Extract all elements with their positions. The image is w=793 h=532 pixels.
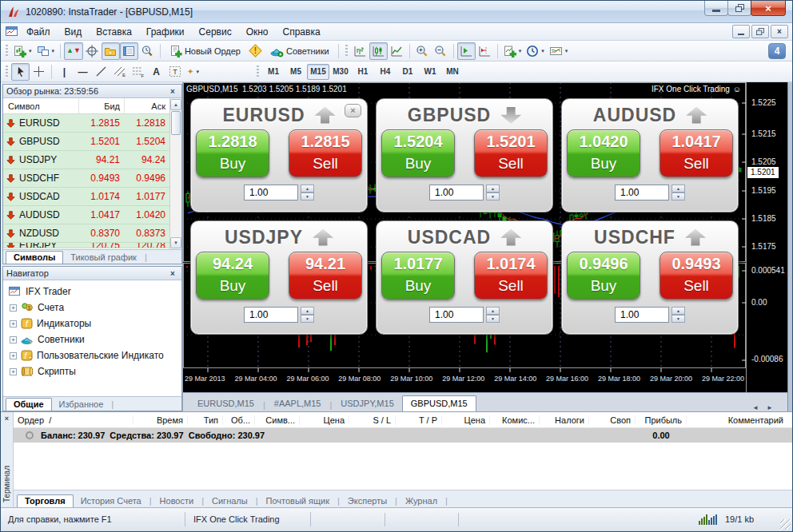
timeframe-m30[interactable]: M30 (329, 64, 352, 80)
market-row-eurusd[interactable]: EURUSD 1.28151.2818 (3, 114, 169, 133)
market-row-eurjpy[interactable]: EURJPY 120.75120.78 (3, 243, 169, 248)
chart-tab-aapl[interactable]: #AAPL,M15 (266, 396, 329, 411)
vertical-line-tool[interactable]: | (55, 63, 74, 81)
navigator-toggle[interactable] (102, 42, 120, 60)
tree-item-advisors[interactable]: + Советники (10, 332, 180, 347)
spin-up-icon[interactable]: ▲ (486, 307, 500, 315)
spin-up-icon[interactable]: ▲ (301, 307, 314, 315)
volume-input[interactable] (244, 185, 298, 200)
chart-shift-button[interactable] (476, 42, 494, 60)
toolbar-grip[interactable] (6, 66, 8, 78)
sell-button[interactable]: 1.0174Sell (474, 252, 548, 300)
toolbar-grip[interactable] (257, 66, 259, 78)
buy-button[interactable]: 1.5204Buy (381, 129, 455, 177)
market-row-nzdusd[interactable]: NZDUSD 0.83700.8373 (3, 224, 169, 243)
timeframe-m15[interactable]: M15 (307, 64, 329, 80)
channel-tool[interactable]: E (110, 63, 129, 81)
tab-common[interactable]: Общие (6, 398, 52, 411)
close-button[interactable]: × (751, 1, 786, 16)
timeframe-h1[interactable]: H1 (352, 64, 374, 80)
text-label-tool[interactable]: T (165, 63, 184, 81)
volume-input[interactable] (429, 185, 484, 200)
bar-chart-button[interactable] (351, 42, 369, 60)
tab-signals[interactable]: Сигналы (205, 495, 255, 507)
menu-window[interactable]: Окно (239, 25, 276, 39)
zoom-in-button[interactable] (413, 42, 432, 60)
expand-icon[interactable]: + (10, 352, 17, 359)
line-chart-button[interactable] (388, 42, 406, 60)
menu-service[interactable]: Сервис (192, 25, 239, 39)
spin-down-icon[interactable]: ▼ (671, 193, 685, 200)
smiley-icon[interactable]: ☺ (733, 85, 741, 93)
toolbar-grip[interactable] (6, 45, 8, 58)
tab-scroll-arrows[interactable]: ◄ ► (752, 404, 776, 411)
timeframe-m5[interactable]: M5 (285, 64, 307, 80)
spin-down-icon[interactable]: ▼ (486, 193, 500, 200)
profiles-button[interactable]: ▾ (34, 42, 58, 60)
tab-mailbox[interactable]: Почтовый ящик (259, 495, 337, 507)
tree-root-ifx-trader[interactable]: IFX Trader (8, 284, 180, 300)
tab-tick-chart[interactable]: Тиковый график (63, 252, 144, 264)
buy-button[interactable]: 94.24Buy (196, 252, 269, 300)
menu-charts[interactable]: Графики (139, 25, 192, 39)
volume-input[interactable] (615, 307, 669, 323)
mdi-minimize-button[interactable] (732, 25, 750, 38)
expand-icon[interactable]: + (10, 336, 17, 343)
tab-news[interactable]: Новости (153, 495, 201, 507)
scroll-thumb[interactable] (171, 111, 181, 135)
price-axis[interactable]: 1.5225 1.5215 1.5205 1.5195 1.5185 1.517… (746, 82, 787, 392)
market-row-usdchf[interactable]: USDCHF 0.94930.9496 (3, 169, 169, 188)
timeframe-w1[interactable]: W1 (419, 64, 441, 80)
timeframe-h4[interactable]: H4 (374, 64, 396, 80)
sell-button[interactable]: 0.9493Sell (660, 252, 733, 300)
market-row-usdcad[interactable]: USDCAD 1.01741.0177 (3, 188, 169, 206)
text-tool[interactable]: A (147, 63, 165, 81)
market-watch-toggle[interactable]: ▲▼ (64, 42, 83, 60)
tab-trade[interactable]: Торговля (17, 494, 74, 507)
arrows-tool[interactable]: ✦ ▾ (184, 63, 202, 81)
new-order-button[interactable]: Новый Ордер (164, 42, 246, 60)
zoom-out-button[interactable] (432, 42, 450, 60)
crosshair-tool-button[interactable] (30, 63, 48, 81)
sell-button[interactable]: 1.0417Sell (660, 129, 733, 177)
timeframe-d1[interactable]: D1 (396, 64, 419, 80)
expand-icon[interactable]: + (10, 320, 17, 328)
tree-item-indicators[interactable]: + f Индикаторы (10, 316, 180, 332)
tab-favorites[interactable]: Избранное (52, 399, 111, 411)
tab-account-history[interactable]: История Счета (74, 495, 149, 507)
scroll-down-icon[interactable]: ▼ (170, 237, 181, 248)
tab-symbols[interactable]: Символы (6, 251, 63, 264)
mdi-restore-button[interactable] (751, 25, 769, 38)
market-row-audusd[interactable]: AUDUSD 1.04171.0420 (3, 206, 169, 224)
scroll-up-icon[interactable]: ▲ (170, 99, 181, 110)
tab-experts[interactable]: Эксперты (341, 495, 394, 507)
mdi-close-button[interactable]: × (771, 25, 788, 38)
buy-button[interactable]: 1.2818Buy (196, 129, 269, 177)
spin-down-icon[interactable]: ▼ (301, 315, 314, 323)
panel-close-button[interactable]: × (345, 104, 361, 117)
cursor-tool-button[interactable] (11, 63, 30, 81)
buy-button[interactable]: 1.0420Buy (567, 129, 640, 177)
spin-up-icon[interactable]: ▲ (671, 185, 685, 193)
data-window-toggle[interactable] (83, 42, 102, 60)
indicators-button[interactable]: ▾ (501, 42, 524, 60)
expert-advisors-button[interactable]: Советники (265, 42, 335, 60)
resize-grip[interactable] (780, 519, 791, 530)
spin-up-icon[interactable]: ▲ (486, 185, 500, 193)
spin-up-icon[interactable]: ▲ (671, 307, 685, 315)
tree-item-custom-indicators[interactable]: + f Пользовательские Индикато (10, 347, 180, 363)
warning-button[interactable]: ! (246, 42, 265, 60)
trendline-tool[interactable] (92, 63, 110, 81)
menu-insert[interactable]: Вставка (89, 25, 139, 39)
sell-button[interactable]: 1.2815Sell (289, 129, 362, 177)
terminal-toggle[interactable] (120, 42, 138, 60)
navigator-close-button[interactable]: × (167, 269, 178, 278)
notifications-badge[interactable]: 4 (768, 43, 786, 59)
menu-view[interactable]: Вид (58, 25, 90, 39)
fibonacci-tool[interactable]: F (129, 63, 147, 81)
candlestick-chart-button[interactable] (369, 42, 388, 60)
volume-input[interactable] (244, 307, 298, 323)
volume-input[interactable] (429, 307, 484, 323)
timeframe-m1[interactable]: M1 (262, 64, 285, 80)
menu-help[interactable]: Справка (276, 25, 328, 39)
